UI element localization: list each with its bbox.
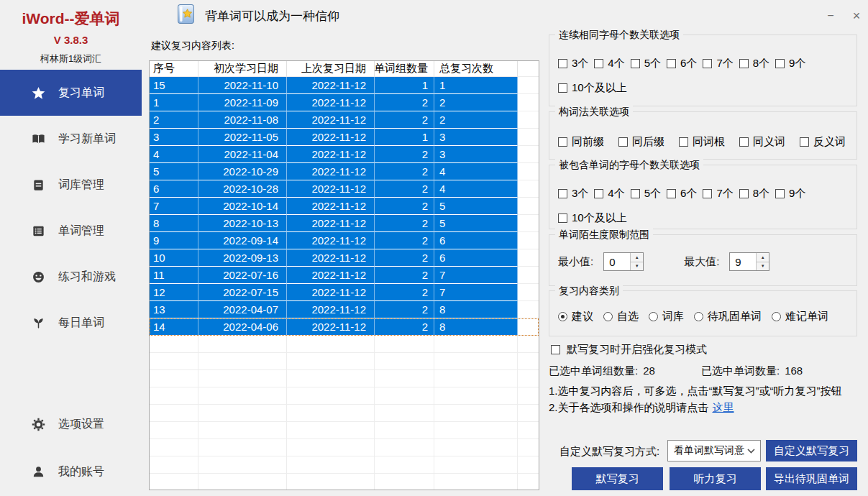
max-value-label: 最大值: [684,255,719,269]
radio-option[interactable]: 建议 [558,310,593,323]
radio-option[interactable]: 词库 [649,310,684,323]
minimize-button[interactable]: − [820,6,841,25]
checkbox-option[interactable]: 10个及以上 [558,81,627,95]
radio-label: 自选 [617,310,639,323]
table-row[interactable]: 14 2022-04-06 2022-11-12 2 8 [150,318,539,336]
book-star-icon [177,4,195,24]
table-row[interactable]: 2 2022-11-08 2022-11-12 2 2 [150,111,539,129]
checkbox-option[interactable]: 同后缀 [618,135,664,149]
gear-icon [32,418,45,431]
table-row[interactable]: 7 2022-10-14 2022-11-12 2 5 [150,198,539,215]
column-header[interactable]: 初次学习日期 [198,61,287,77]
checkbox-option[interactable]: 7个 [703,187,733,201]
sidebar-item-wordbank-management[interactable]: 词库管理 [0,162,142,208]
sidebar-item-review-words[interactable]: 复习单词 [0,70,142,116]
checkbox-option[interactable]: 9个 [775,57,805,70]
checkbox-option[interactable]: 反义词 [800,135,846,149]
close-button[interactable]: × [846,6,867,25]
group-legend: 连续相同字母个数关联选项 [555,29,683,42]
column-header[interactable]: 总复习次数 [434,61,518,77]
checkbox-label: 同义词 [753,135,785,149]
checkbox-label: 同前缀 [572,135,604,149]
table-row[interactable]: 12 2022-07-15 2022-11-12 2 7 [150,284,539,301]
radio-circle [603,312,613,321]
checkbox-option[interactable]: 5个 [631,57,661,70]
checkbox-option[interactable]: 9个 [775,187,805,201]
radio-option[interactable]: 自选 [603,310,639,323]
strengthen-mode-label: 默写复习时开启强化复习模式 [567,343,707,357]
checkbox-option[interactable]: 同义词 [739,135,785,149]
table-row[interactable]: 6 2022-10-28 2022-11-12 2 4 [150,180,539,198]
table-row[interactable]: 1 2022-11-09 2022-11-12 2 2 [150,94,539,111]
sidebar-item-practice-games[interactable]: 练习和游戏 [0,254,142,300]
table-row[interactable]: 11 2022-07-16 2022-11-12 2 7 [150,267,539,284]
checkbox-option[interactable]: 同词根 [679,135,725,149]
review-table-body: 15 2022-11-10 2022-11-12 1 1 1 2022-11-0… [150,77,539,490]
radio-option[interactable]: 难记单词 [772,310,828,323]
spin-down-icon[interactable]: ▼ [631,262,643,271]
table-row[interactable]: 10 2022-09-13 2022-11-12 2 6 [150,249,539,267]
help-link[interactable]: 这里 [713,401,734,413]
checkbox-option[interactable]: 8个 [739,57,769,70]
table-header-row: 序号 初次学习日期 上次复习日期 单词组数量 总复习次数 [150,61,539,77]
checkbox-option[interactable]: 6个 [667,187,697,201]
radio-label: 难记单词 [785,310,828,323]
selected-words-stat: 已选中单词数量:168 [701,364,803,378]
spin-up-icon[interactable]: ▲ [631,253,643,262]
table-row[interactable]: 5 2022-10-29 2022-11-12 2 4 [150,163,539,180]
radio-label: 建议 [572,310,593,323]
checkbox-option[interactable]: 7个 [703,57,733,70]
checkbox-option[interactable]: 4个 [594,57,624,70]
checkbox-option[interactable]: 4个 [594,187,624,201]
table-row[interactable]: 9 2022-09-14 2022-11-12 2 6 [150,232,539,249]
app-slogan: 背单词可以成为一种信仰 [205,8,339,24]
checkbox-box [631,59,640,68]
table-row[interactable]: 8 2022-10-13 2022-11-12 2 5 [150,215,539,232]
spin-up-icon[interactable]: ▲ [757,253,769,262]
star-icon [32,86,45,100]
sidebar-item-daily-words[interactable]: 每日单词 [0,300,142,346]
min-value-field[interactable]: 0 [604,253,630,270]
checkbox-box [703,59,712,68]
checkbox-box [667,59,676,68]
checkbox-option[interactable]: 同前缀 [558,135,604,149]
table-row[interactable]: 13 2022-04-07 2022-11-12 2 8 [150,301,539,318]
checkbox-option[interactable]: 10个及以上 [558,211,627,225]
checkbox-option[interactable]: 8个 [739,187,769,201]
sidebar-item-label: 每日单词 [58,316,104,331]
min-value-stepper[interactable]: 0 ▲ ▼ [603,252,644,271]
dictation-review-button[interactable]: 默写复习 [572,467,663,490]
column-header[interactable]: 上次复习日期 [287,61,375,77]
radio-label: 待巩固单词 [708,310,762,323]
radio-option[interactable]: 待巩固单词 [694,310,762,323]
checkbox-option[interactable]: 6个 [667,57,697,70]
app-subtitle: 柯林斯1级词汇 [0,52,142,65]
dictation-mode-dropdown[interactable]: 看单词默写词意 [667,440,761,461]
strengthen-mode-checkbox[interactable]: 默写复习时开启强化复习模式 [551,343,707,357]
custom-dictation-review-button[interactable]: 自定义默写复习 [766,440,857,461]
checkbox-box [679,137,688,147]
spin-down-icon[interactable]: ▼ [757,262,769,271]
listening-review-button[interactable]: 听力复习 [670,467,761,490]
sidebar-item-label: 学习新单词 [58,132,116,147]
max-value-field[interactable]: 9 [730,253,756,270]
checkbox-option[interactable]: 5个 [631,187,661,201]
radio-circle [772,312,781,321]
sidebar-item-my-account[interactable]: 我的账号 [0,449,142,495]
table-row[interactable]: 4 2022-11-04 2022-11-12 2 3 [150,146,539,163]
column-header[interactable]: 序号 [150,61,198,77]
group-review-category: 复习内容类别 建议 自选 词库 待巩固单词 难记单词 [549,290,857,336]
table-row[interactable]: 15 2022-11-10 2022-11-12 1 1 [150,77,539,94]
table-empty-row [150,387,539,405]
sidebar-item-word-management[interactable]: 单词管理 [0,208,142,254]
app-title: iWord--爱单词 [0,9,142,29]
export-words-button[interactable]: 导出待巩固单词 [766,467,857,490]
max-value-stepper[interactable]: 9 ▲ ▼ [729,252,769,271]
table-row[interactable]: 3 2022-11-05 2022-11-12 1 3 [150,129,539,146]
sidebar-item-learn-new-words[interactable]: 学习新单词 [0,116,142,162]
checkbox-option[interactable]: 3个 [558,57,588,70]
checkbox-option[interactable]: 3个 [558,187,588,201]
column-header[interactable]: 单词组数量 [375,61,434,77]
instruction-line-1: 1.选中复习内容后，可多选，点击“默写复习”或“听力复习”按钮 [549,385,842,398]
sidebar-item-settings[interactable]: 选项设置 [0,401,142,447]
